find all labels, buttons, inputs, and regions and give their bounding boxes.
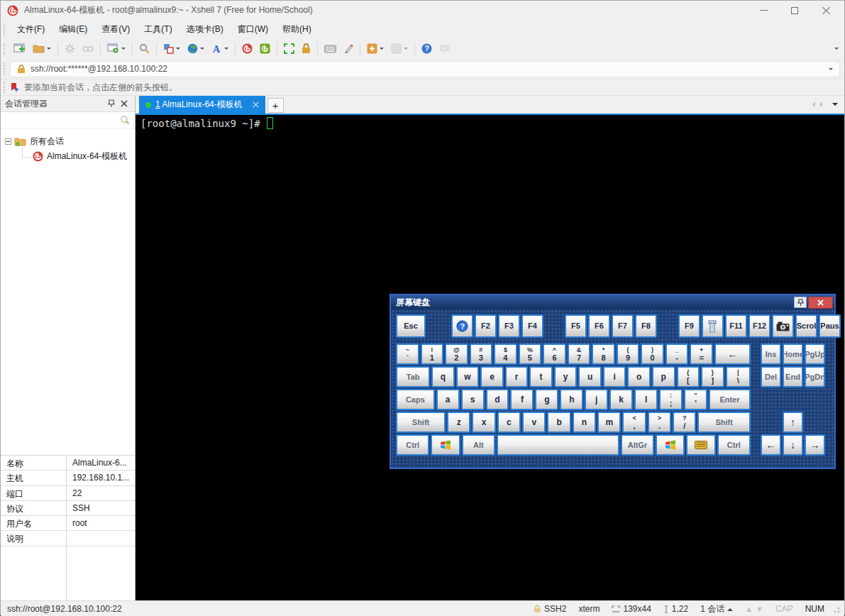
- session-list-caret[interactable]: [727, 605, 733, 611]
- key-F9[interactable]: F9: [678, 314, 700, 338]
- key-backspace[interactable]: ←: [714, 343, 751, 365]
- osk-pin-icon[interactable]: [794, 297, 807, 308]
- resize-grip[interactable]: [832, 605, 840, 613]
- key-g[interactable]: g: [535, 389, 558, 410]
- key-Ins[interactable]: Ins: [761, 343, 781, 365]
- key-c[interactable]: c: [497, 412, 521, 433]
- tab-list-caret[interactable]: [832, 103, 838, 109]
- key-w[interactable]: w: [456, 366, 480, 387]
- key-right-ctrl[interactable]: Ctrl: [717, 434, 751, 456]
- key-z[interactable]: z: [447, 412, 470, 433]
- key-↓[interactable]: ↓: [783, 434, 803, 456]
- key-1[interactable]: !1: [421, 343, 444, 365]
- tab-close-icon[interactable]: [253, 101, 259, 108]
- key-a[interactable]: a: [436, 389, 460, 410]
- key-u[interactable]: u: [578, 366, 602, 387]
- key-t[interactable]: t: [529, 366, 553, 387]
- key-Tab[interactable]: Tab: [396, 366, 430, 387]
- tree-label[interactable]: 所有会话: [30, 136, 64, 148]
- virtual-keyboard-icon[interactable]: [321, 43, 339, 55]
- key-7[interactable]: &7: [568, 343, 591, 365]
- status-term-type[interactable]: xterm: [578, 604, 600, 614]
- close-button[interactable]: [810, 1, 841, 19]
- key-esc[interactable]: Esc: [396, 314, 426, 338]
- close-panel-icon[interactable]: [118, 98, 131, 109]
- key-Del[interactable]: Del: [761, 366, 781, 387]
- key--[interactable]: _-: [665, 343, 689, 365]
- maximize-button[interactable]: [779, 1, 810, 19]
- reconnect-icon[interactable]: [79, 43, 96, 55]
- key-PgDn[interactable]: PgDn: [805, 366, 825, 387]
- tree-expander-icon[interactable]: [5, 138, 11, 145]
- key-Scrol[interactable]: Scrol: [795, 314, 817, 338]
- key-[[interactable]: {[: [677, 366, 700, 387]
- key-,[interactable]: <,: [622, 412, 646, 433]
- key-'[interactable]: "': [684, 389, 707, 410]
- address-field[interactable]: ssh://root:******@192.168.10.100:22: [10, 61, 840, 77]
- key-Caps[interactable]: Caps: [396, 389, 435, 410]
- key-.[interactable]: >.: [648, 412, 671, 433]
- open-folder-icon[interactable]: [30, 42, 54, 55]
- key-x[interactable]: x: [472, 412, 495, 433]
- key-f[interactable]: f: [510, 389, 534, 410]
- key-F5[interactable]: F5: [565, 314, 587, 338]
- dropdown-caret[interactable]: [47, 48, 51, 52]
- key-F3[interactable]: F3: [498, 314, 520, 338]
- help-icon[interactable]: ?: [419, 41, 435, 56]
- disconnect-icon[interactable]: [62, 41, 78, 56]
- menu-file[interactable]: 文件(F): [10, 21, 52, 38]
- feedback-icon[interactable]: [436, 42, 453, 56]
- fullscreen-icon[interactable]: [281, 41, 297, 56]
- tree-label[interactable]: AlmaLinux-64-模板机: [47, 150, 127, 163]
- dropdown-caret[interactable]: [200, 48, 204, 52]
- key-/[interactable]: ?/: [673, 412, 696, 433]
- toolbar-overflow-caret[interactable]: [834, 48, 839, 52]
- key-F11[interactable]: F11: [725, 314, 747, 338]
- web-browser-icon[interactable]: [184, 41, 207, 56]
- key-Home[interactable]: Home: [783, 343, 803, 365]
- tab-layout-icon[interactable]: [160, 41, 183, 56]
- menu-edit[interactable]: 编辑(E): [52, 21, 94, 38]
- key-prtscn[interactable]: [772, 314, 794, 338]
- window-arrange-icon[interactable]: [388, 41, 411, 56]
- key-End[interactable]: End: [783, 366, 803, 387]
- menu-tools[interactable]: 工具(T): [137, 21, 179, 38]
- key-8[interactable]: *8: [592, 343, 615, 365]
- scroll-up-icon[interactable]: ▲: [745, 605, 753, 613]
- session-properties-icon[interactable]: [104, 41, 128, 56]
- key-Alt[interactable]: Alt: [462, 434, 495, 456]
- highlighter-icon[interactable]: [341, 41, 356, 56]
- key-↑[interactable]: ↑: [783, 412, 803, 433]
- find-icon[interactable]: [136, 41, 153, 56]
- key-j[interactable]: j: [585, 389, 608, 410]
- key-9[interactable]: (9: [617, 343, 640, 365]
- key-y[interactable]: y: [554, 366, 578, 387]
- protocol-label[interactable]: SSH2: [544, 604, 566, 614]
- new-session-icon[interactable]: [11, 41, 28, 56]
- key-\[interactable]: |\: [726, 366, 751, 387]
- tree-item-session[interactable]: AlmaLinux-64-模板机: [5, 149, 135, 164]
- key-s[interactable]: s: [461, 389, 485, 410]
- key-h[interactable]: h: [560, 389, 583, 410]
- key-d[interactable]: d: [486, 389, 509, 410]
- key-m[interactable]: m: [597, 412, 621, 433]
- key-e[interactable]: e: [480, 366, 504, 387]
- key-F7[interactable]: F7: [612, 314, 634, 338]
- key-f1[interactable]: ?: [451, 314, 473, 338]
- key-r[interactable]: r: [505, 366, 529, 387]
- key-left-shift[interactable]: Shift: [396, 412, 446, 433]
- key-n[interactable]: n: [573, 412, 596, 433]
- key-menu[interactable]: [686, 434, 715, 456]
- xshell-icon[interactable]: [239, 41, 255, 56]
- key-q[interactable]: q: [431, 366, 455, 387]
- key-4[interactable]: $4: [494, 343, 517, 365]
- key-k[interactable]: k: [609, 389, 633, 410]
- key-←[interactable]: ←: [761, 434, 781, 456]
- new-tab-button[interactable]: +: [267, 98, 284, 113]
- key-PgUp[interactable]: PgUp: [805, 343, 825, 365]
- new-file-icon[interactable]: [364, 41, 387, 56]
- key-5[interactable]: %5: [519, 343, 542, 365]
- osk-close-icon[interactable]: [808, 297, 833, 309]
- key-F6[interactable]: F6: [588, 314, 610, 338]
- dropdown-caret[interactable]: [404, 48, 408, 52]
